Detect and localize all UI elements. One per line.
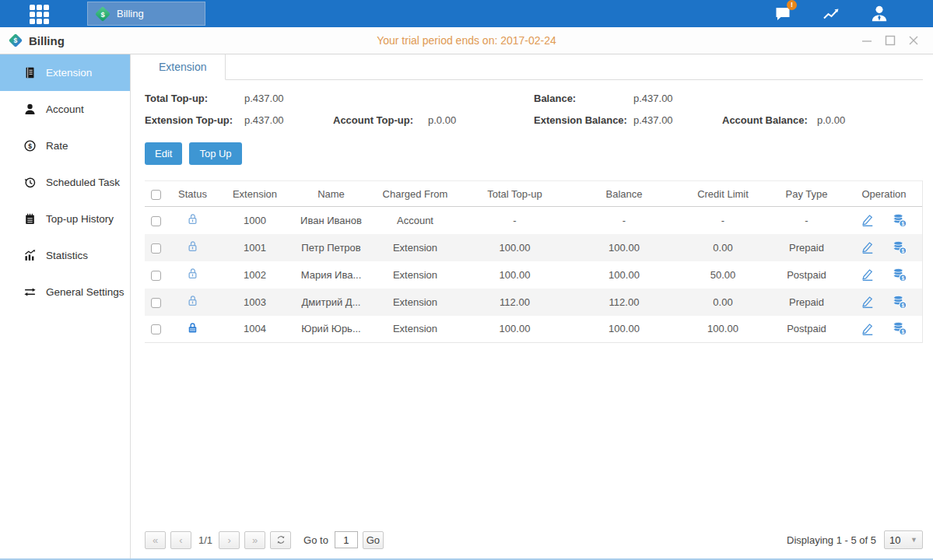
svg-text:$: $: [902, 247, 905, 254]
svg-text:$: $: [14, 37, 18, 44]
name-cell: Юрий Юрь...: [292, 316, 370, 343]
svg-text:$: $: [902, 275, 905, 281]
go-button[interactable]: Go: [363, 531, 384, 549]
top-up-row-icon[interactable]: $: [892, 240, 908, 256]
table-row: 1000 Иван Иванов Account - - - - $: [145, 207, 922, 234]
page-size-select[interactable]: 10 ▼: [884, 530, 923, 549]
sidebar-item-rate[interactable]: $ Rate: [0, 128, 130, 164]
row-checkbox[interactable]: [151, 298, 161, 308]
name-cell: Петр Петров: [292, 234, 370, 261]
chevron-down-icon: ▼: [910, 536, 917, 544]
sidebar-item-label: Scheduled Task: [46, 177, 120, 188]
account-topup-value: p.0.00: [428, 114, 534, 126]
top-up-row-icon[interactable]: $: [892, 320, 908, 337]
bar-chart-icon: [23, 249, 37, 262]
total-topup-cell: 100.00: [460, 316, 570, 343]
svg-text:$: $: [28, 142, 32, 150]
col-balance: Balance: [570, 181, 679, 207]
name-cell: Мария Ива...: [292, 261, 370, 289]
pay-type-cell: Prepaid: [767, 289, 846, 316]
tab-extension[interactable]: Extension: [145, 54, 226, 80]
taskbar-tab-billing[interactable]: $ Billing: [87, 2, 205, 26]
top-up-button[interactable]: Top Up: [189, 142, 241, 165]
col-operation: Operation: [846, 181, 922, 207]
table-row: 1003 Дмитрий Д... Extension 112.00 112.0…: [145, 289, 922, 316]
row-checkbox[interactable]: [151, 243, 161, 254]
sidebar-item-topup-history[interactable]: Top-up History: [0, 201, 130, 237]
tab-strip: Extension: [145, 54, 923, 80]
sidebar-item-label: Extension: [46, 67, 92, 79]
name-cell: Иван Иванов: [292, 207, 370, 234]
sidebar-item-scheduled-task[interactable]: Scheduled Task: [0, 164, 130, 201]
sidebar-item-account[interactable]: Account: [0, 91, 130, 128]
maximize-button[interactable]: [885, 35, 896, 46]
unlocked-icon: [185, 239, 200, 254]
account-balance-label: Account Balance:: [722, 114, 817, 126]
first-page-button[interactable]: «: [145, 531, 166, 549]
extension-cell: 1001: [218, 234, 292, 261]
sidebar-item-extension[interactable]: Extension: [0, 54, 130, 91]
svg-text:$: $: [100, 9, 105, 18]
total-topup-value: p.437.00: [244, 93, 333, 104]
goto-label: Go to: [303, 534, 328, 546]
credit-limit-cell: 0.00: [679, 234, 767, 261]
pagination-bar: « ‹ 1/1 › » Go to Go Displaying 1 - 5 of…: [145, 523, 923, 558]
col-credit-limit: Credit Limit: [679, 181, 767, 207]
extension-table: Status Extension Name Charged From Total…: [145, 180, 923, 343]
charged-from-cell: Account: [370, 207, 460, 234]
credit-limit-cell: 0.00: [679, 289, 767, 316]
edit-row-icon[interactable]: [860, 294, 875, 310]
sidebar: Extension Account $ Rate Scheduled Task: [0, 54, 131, 558]
select-all-checkbox[interactable]: [151, 190, 161, 200]
balance-cell: -: [570, 207, 679, 234]
billing-window-icon: $: [8, 33, 23, 48]
row-checkbox[interactable]: [151, 216, 161, 226]
summary-panel: Total Top-up: p.437.00 Extension Top-up:…: [145, 93, 923, 136]
top-up-row-icon[interactable]: $: [892, 294, 908, 310]
top-up-row-icon[interactable]: $: [892, 212, 908, 229]
next-page-button[interactable]: ›: [219, 531, 240, 549]
prev-page-button[interactable]: ‹: [170, 531, 191, 549]
edit-row-icon[interactable]: [860, 321, 875, 337]
balance-cell: 100.00: [570, 261, 679, 289]
edit-row-icon[interactable]: [860, 240, 875, 255]
pay-type-cell: -: [767, 207, 846, 234]
extension-balance-value: p.437.00: [633, 114, 722, 126]
taskbar-tab-label: Billing: [117, 8, 144, 19]
extension-cell: 1002: [218, 261, 292, 289]
pay-type-cell: Prepaid: [767, 234, 846, 261]
close-button[interactable]: [908, 35, 919, 46]
sidebar-item-label: Statistics: [46, 250, 88, 261]
window-header: $ Billing Your trial period ends on: 201…: [0, 27, 933, 54]
statistics-chart-icon[interactable]: [820, 4, 842, 24]
dollar-circle-icon: $: [23, 139, 37, 152]
goto-page-input[interactable]: [335, 531, 358, 548]
row-checkbox[interactable]: [151, 271, 161, 281]
credit-limit-cell: 50.00: [679, 261, 767, 289]
refresh-button[interactable]: [270, 531, 291, 549]
apps-grid-icon[interactable]: [30, 5, 53, 23]
last-page-button[interactable]: »: [244, 531, 265, 549]
user-icon[interactable]: [868, 4, 890, 24]
sidebar-item-label: Top-up History: [46, 213, 114, 225]
total-topup-label: Total Top-up:: [145, 93, 244, 104]
top-up-row-icon[interactable]: $: [892, 267, 908, 283]
sidebar-item-general-settings[interactable]: General Settings: [0, 274, 130, 310]
billing-app-icon: $: [94, 5, 111, 23]
account-topup-label: Account Top-up:: [333, 114, 428, 126]
sidebar-item-statistics[interactable]: Statistics: [0, 237, 130, 274]
charged-from-cell: Extension: [370, 289, 460, 316]
charged-from-cell: Extension: [370, 316, 460, 343]
displaying-text: Displaying 1 - 5 of 5: [787, 534, 876, 546]
edit-row-icon[interactable]: [860, 212, 875, 228]
minimize-button[interactable]: [861, 35, 872, 46]
messages-icon[interactable]: !: [772, 4, 794, 24]
charged-from-cell: Extension: [370, 234, 460, 261]
col-name: Name: [292, 181, 370, 207]
edit-button[interactable]: Edit: [145, 142, 182, 165]
row-checkbox[interactable]: [151, 324, 161, 334]
pay-type-cell: Postpaid: [767, 316, 846, 343]
col-extension: Extension: [218, 181, 292, 207]
edit-row-icon[interactable]: [860, 267, 875, 282]
page-indicator: 1/1: [198, 534, 212, 546]
